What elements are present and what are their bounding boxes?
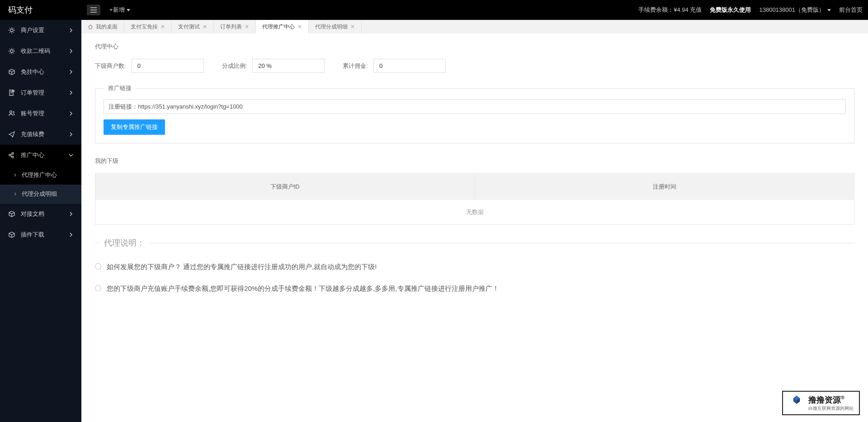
chevron-icon <box>69 90 73 95</box>
description-text: 如何发展您的下级商户？ 通过您的专属推广链接进行注册成功的用户,就自动成为您的下… <box>107 261 377 272</box>
sidebar-item-label: 免挂中心 <box>21 68 44 76</box>
watermark: 撸撸资源® 白撸互联网资源的网站 <box>782 391 860 415</box>
sidebar-item[interactable]: 推广中心 <box>0 145 81 166</box>
chevron-right-icon <box>14 192 17 196</box>
user-phone: 13800138001（免费版） <box>759 6 825 14</box>
tab[interactable]: 代理分成明细✕ <box>309 20 362 33</box>
description-item: 如何发展您的下级商户？ 通过您的专属推广链接进行注册成功的用户,就自动成为您的下… <box>95 256 854 278</box>
description-title: 代理说明： <box>99 237 149 248</box>
description-text: 您的下级商户充值账户手续费余额,您即可获得20%的分成手续费金额！下级越多分成越… <box>107 283 499 294</box>
sidebar-subitem-label: 代理分成明细 <box>22 190 57 198</box>
tab[interactable]: 支付宝免挂✕ <box>124 20 172 33</box>
merchant-count-label: 下级商户数: <box>95 62 126 70</box>
tab-close-icon[interactable]: ✕ <box>160 24 165 30</box>
main-area: +新增 手续费余额：¥4.94 充值 免费版永久使用 13800138001（免… <box>81 0 868 422</box>
sidebar-subitem[interactable]: 代理推广中心 <box>0 166 81 185</box>
send-icon <box>8 131 15 138</box>
merchant-count-input[interactable] <box>132 59 204 73</box>
hamburger-icon <box>90 7 97 13</box>
tab-label: 支付宝免挂 <box>131 23 158 31</box>
add-new-button[interactable]: +新增 <box>109 6 130 14</box>
tab[interactable]: 代理推广中心✕ <box>256 20 309 33</box>
cube-icon <box>8 210 15 218</box>
chevron-right-icon <box>14 173 17 177</box>
tab-close-icon[interactable]: ✕ <box>297 24 302 30</box>
tab-close-icon[interactable]: ✕ <box>203 24 207 30</box>
stats-row: 下级商户数: 分成比例: 累计佣金: <box>95 59 854 73</box>
chevron-icon <box>69 212 73 216</box>
description-section: 代理说明： 如何发展您的下级商户？ 通过您的专属推广链接进行注册成功的用户,就自… <box>95 243 854 299</box>
watermark-logo-icon <box>788 395 805 411</box>
section-title-agent: 代理中心 <box>95 43 854 51</box>
sidebar-item[interactable]: 对接文档 <box>0 204 81 224</box>
cube-icon <box>8 231 15 238</box>
tab-close-icon[interactable]: ✕ <box>350 24 355 30</box>
topbar: +新增 手续费余额：¥4.94 充值 免费版永久使用 13800138001（免… <box>81 0 868 20</box>
version-info: 免费版永久使用 <box>710 6 751 14</box>
sidebar-item[interactable]: 账号管理 <box>0 103 81 124</box>
sidebar-item[interactable]: 免挂中心 <box>0 62 81 82</box>
menu-toggle-button[interactable] <box>87 5 100 15</box>
chevron-icon <box>69 111 73 116</box>
tab[interactable]: 我的桌面 <box>81 20 124 33</box>
ratio-input[interactable] <box>252 59 325 73</box>
section-title-subordinates: 我的下级 <box>95 157 854 165</box>
gear-icon <box>8 47 15 55</box>
chevron-icon <box>69 49 73 53</box>
sidebar-item-label: 收款二维码 <box>21 47 50 55</box>
user-dropdown[interactable]: 13800138001（免费版） <box>759 6 831 14</box>
sidebar: 码支付 商户设置收款二维码免挂中心订单管理账号管理充值续费推广中心代理推广中心代… <box>0 0 81 422</box>
promo-link-input[interactable] <box>104 99 846 114</box>
bullet-icon <box>95 263 101 270</box>
commission-input[interactable] <box>373 59 446 73</box>
edit-icon <box>8 89 15 96</box>
sidebar-item-label: 账号管理 <box>21 109 44 118</box>
app-logo: 码支付 <box>0 0 81 20</box>
sidebar-item-label: 对接文档 <box>21 210 44 218</box>
caret-down-icon <box>127 9 130 11</box>
commission-label: 累计佣金: <box>343 62 368 70</box>
table-header-time: 注册时间 <box>475 174 854 200</box>
copy-link-button[interactable]: 复制专属推广链接 <box>104 119 165 135</box>
chevron-icon <box>69 232 73 237</box>
cube-icon <box>8 68 15 76</box>
tab-close-icon[interactable]: ✕ <box>245 24 249 30</box>
tab-label: 代理分成明细 <box>315 23 348 31</box>
sidebar-item[interactable]: 订单管理 <box>0 82 81 103</box>
share-icon <box>8 152 15 159</box>
sidebar-item[interactable]: 商户设置 <box>0 20 81 41</box>
sidebar-subitem-label: 代理推广中心 <box>22 171 57 179</box>
chevron-icon <box>69 132 73 137</box>
sidebar-item-label: 订单管理 <box>21 89 44 97</box>
frontend-link[interactable]: 前台首页 <box>839 6 863 14</box>
caret-down-icon <box>827 9 831 11</box>
sidebar-item-label: 充值续费 <box>21 130 44 138</box>
recharge-link[interactable]: 充值 <box>690 6 702 13</box>
tab[interactable]: 订单列表✕ <box>214 20 256 33</box>
tab-label: 代理推广中心 <box>262 23 295 31</box>
tab-label: 支付测试 <box>178 23 200 31</box>
home-icon <box>88 24 93 29</box>
tab-bar: 我的桌面支付宝免挂✕支付测试✕订单列表✕代理推广中心✕代理分成明细✕ <box>81 20 868 33</box>
sidebar-item[interactable]: 收款二维码 <box>0 41 81 62</box>
ratio-label: 分成比例: <box>222 62 247 70</box>
description-item: 您的下级商户充值账户手续费余额,您即可获得20%的分成手续费金额！下级越多分成越… <box>95 278 854 299</box>
add-label: +新增 <box>109 6 125 14</box>
description-list: 如何发展您的下级商户？ 通过您的专属推广链接进行注册成功的用户,就自动成为您的下… <box>95 256 854 299</box>
subordinates-table: 下级商户ID 注册时间 无数据 <box>95 173 854 225</box>
sidebar-item-label: 商户设置 <box>21 26 44 34</box>
tab-label: 订单列表 <box>220 23 242 31</box>
promo-legend: 推广链接 <box>104 84 136 92</box>
sidebar-menu: 商户设置收款二维码免挂中心订单管理账号管理充值续费推广中心代理推广中心代理分成明… <box>0 20 81 422</box>
sidebar-item[interactable]: 充值续费 <box>0 124 81 145</box>
users-icon <box>8 110 15 117</box>
sidebar-item-label: 推广中心 <box>21 151 44 159</box>
sidebar-subitem[interactable]: 代理分成明细 <box>0 185 81 204</box>
chevron-icon <box>69 153 73 157</box>
tab-label: 我的桌面 <box>96 23 118 31</box>
sidebar-item-label: 插件下载 <box>21 231 44 239</box>
tab[interactable]: 支付测试✕ <box>172 20 214 33</box>
sidebar-item[interactable]: 插件下载 <box>0 224 81 245</box>
gear-icon <box>8 27 15 34</box>
balance-text: 手续费余额：¥4.94 充值 <box>638 6 702 14</box>
